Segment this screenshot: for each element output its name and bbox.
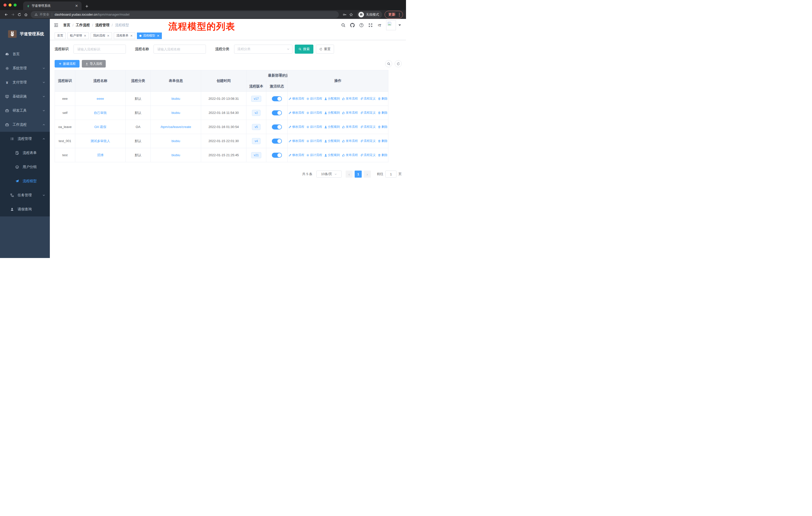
process-name-link[interactable]: OA 请假 bbox=[94, 125, 107, 129]
browser-tab[interactable]: 芋道管理系统 ✕ bbox=[23, 1, 82, 10]
design-flow-action[interactable]: 设计流程 bbox=[306, 139, 322, 143]
publish-flow-action[interactable]: 发布流程 bbox=[342, 153, 358, 157]
create-process-button[interactable]: 新建流程 bbox=[55, 60, 80, 67]
active-toggle[interactable] bbox=[272, 125, 282, 130]
process-name-link[interactable]: eeee bbox=[97, 97, 104, 101]
sidebar-item-workflow[interactable]: 工作流程 bbox=[0, 118, 50, 132]
refresh-table-button[interactable] bbox=[395, 60, 402, 67]
flow-definition-action[interactable]: 流程定义 bbox=[360, 97, 376, 101]
window-minimize-button[interactable] bbox=[8, 3, 11, 6]
flow-definition-action[interactable]: 流程定义 bbox=[360, 139, 376, 143]
avatar-caret-icon[interactable] bbox=[399, 24, 401, 26]
modify-flow-action[interactable]: 修改流程 bbox=[288, 153, 304, 157]
design-flow-action[interactable]: 设计流程 bbox=[306, 111, 322, 115]
close-icon[interactable]: ✕ bbox=[157, 34, 159, 37]
breadcrumb-home[interactable]: 首页 bbox=[63, 23, 70, 27]
sidebar-item-task-management[interactable]: 任务管理 bbox=[0, 188, 50, 202]
help-icon[interactable] bbox=[359, 23, 364, 28]
toggle-search-button[interactable] bbox=[385, 60, 392, 67]
password-key-icon[interactable] bbox=[341, 11, 348, 18]
process-name-link[interactable]: 自己审批 bbox=[94, 111, 107, 115]
delete-action[interactable]: 删除 bbox=[378, 97, 388, 101]
delete-action[interactable]: 删除 bbox=[378, 153, 388, 157]
publish-flow-action[interactable]: 发布流程 bbox=[342, 111, 358, 115]
tag-process-model[interactable]: 流程模型✕ bbox=[137, 32, 162, 39]
delete-action[interactable]: 删除 bbox=[378, 139, 388, 143]
tag-home[interactable]: 首页 bbox=[55, 32, 66, 39]
page-size-select[interactable]: 10条/页 bbox=[316, 170, 342, 178]
publish-flow-action[interactable]: 发布流程 bbox=[342, 139, 358, 143]
active-toggle[interactable] bbox=[272, 153, 282, 158]
delete-action[interactable]: 删除 bbox=[378, 125, 388, 129]
bookmark-star-icon[interactable] bbox=[348, 11, 354, 18]
next-page-button[interactable]: › bbox=[364, 170, 371, 178]
window-close-button[interactable] bbox=[3, 3, 6, 6]
form-link[interactable]: biubiu bbox=[171, 97, 180, 101]
tab-close-icon[interactable]: ✕ bbox=[74, 3, 79, 8]
design-flow-action[interactable]: 设计流程 bbox=[306, 97, 322, 101]
sidebar-logo-row[interactable]: 芋道管理系统 bbox=[0, 19, 50, 43]
tag-my-process[interactable]: 我的流程✕ bbox=[91, 32, 112, 39]
browser-menu-icon[interactable] bbox=[398, 13, 401, 17]
sidebar-item-leave-query[interactable]: 请假查询 bbox=[0, 202, 50, 216]
design-flow-action[interactable]: 设计流程 bbox=[306, 125, 322, 129]
avatar[interactable] bbox=[386, 20, 396, 30]
fullscreen-icon[interactable] bbox=[368, 23, 373, 28]
assign-rule-action[interactable]: 分配规则 bbox=[324, 125, 340, 129]
process-name-link[interactable]: 滔博 bbox=[97, 153, 104, 157]
delete-action[interactable]: 删除 bbox=[378, 111, 388, 115]
forward-button[interactable] bbox=[9, 11, 16, 18]
sidebar-item-process-model[interactable]: 流程模型 bbox=[0, 174, 50, 188]
import-process-button[interactable]: 导入流程 bbox=[82, 60, 106, 67]
breadcrumb-workflow[interactable]: 工作流程 bbox=[76, 23, 90, 27]
form-link[interactable]: /bpm/oa/leave/create bbox=[161, 125, 191, 129]
reload-button[interactable] bbox=[16, 11, 23, 18]
form-link[interactable]: biubiu bbox=[171, 111, 180, 115]
home-button[interactable] bbox=[23, 11, 29, 18]
publish-flow-action[interactable]: 发布流程 bbox=[342, 97, 358, 101]
github-icon[interactable] bbox=[350, 23, 355, 28]
new-tab-button[interactable] bbox=[85, 4, 89, 8]
process-name-input[interactable] bbox=[153, 45, 206, 54]
flow-definition-action[interactable]: 流程定义 bbox=[360, 153, 376, 157]
close-icon[interactable]: ✕ bbox=[130, 34, 133, 37]
update-button[interactable]: 更新 bbox=[385, 11, 403, 19]
sidebar-item-infrastructure[interactable]: 基础设施 bbox=[0, 89, 50, 104]
sidebar-item-payment-management[interactable]: ¥ 支付管理 bbox=[0, 75, 50, 89]
process-category-select[interactable]: 流程分类 bbox=[234, 45, 292, 54]
active-toggle[interactable] bbox=[272, 96, 282, 101]
sidebar-item-dev-tools[interactable]: 研发工具 bbox=[0, 104, 50, 118]
prev-page-button[interactable]: ‹ bbox=[346, 170, 353, 178]
assign-rule-action[interactable]: 分配规则 bbox=[324, 153, 340, 157]
address-bar[interactable]: 不安全 dashboard.yudao.iocoder.cn /bpm/mana… bbox=[31, 11, 339, 18]
form-link[interactable]: biubiu bbox=[171, 153, 180, 157]
active-toggle[interactable] bbox=[272, 139, 282, 144]
sidebar-item-user-group[interactable]: 用户分组 bbox=[0, 160, 50, 174]
close-icon[interactable]: ✕ bbox=[107, 34, 110, 37]
process-key-input[interactable] bbox=[74, 45, 126, 54]
back-button[interactable] bbox=[3, 11, 9, 18]
assign-rule-action[interactable]: 分配规则 bbox=[324, 139, 340, 143]
tag-tenant-management[interactable]: 租户管理✕ bbox=[67, 32, 89, 39]
sidebar-item-system-management[interactable]: 系统管理 bbox=[0, 61, 50, 75]
close-icon[interactable]: ✕ bbox=[84, 34, 86, 37]
assign-rule-action[interactable]: 分配规则 bbox=[324, 111, 340, 115]
hamburger-icon[interactable] bbox=[54, 22, 59, 28]
active-toggle[interactable] bbox=[272, 110, 282, 115]
flow-definition-action[interactable]: 流程定义 bbox=[360, 125, 376, 129]
page-jump-input[interactable] bbox=[385, 170, 397, 178]
search-button[interactable]: 搜索 bbox=[295, 45, 313, 54]
current-page-button[interactable]: 1 bbox=[355, 170, 362, 178]
sidebar-item-process-form[interactable]: 流程表单 bbox=[0, 146, 50, 160]
sidebar-item-process-management[interactable]: 流程管理 bbox=[0, 132, 50, 146]
process-name-link[interactable]: 测试多审批人 bbox=[91, 139, 110, 143]
design-flow-action[interactable]: 设计流程 bbox=[306, 153, 322, 157]
tag-process-form[interactable]: 流程表单✕ bbox=[114, 32, 135, 39]
modify-flow-action[interactable]: 修改流程 bbox=[288, 111, 304, 115]
modify-flow-action[interactable]: 修改流程 bbox=[288, 139, 304, 143]
modify-flow-action[interactable]: 修改流程 bbox=[288, 97, 304, 101]
modify-flow-action[interactable]: 修改流程 bbox=[288, 125, 304, 129]
assign-rule-action[interactable]: 分配规则 bbox=[324, 97, 340, 101]
flow-definition-action[interactable]: 流程定义 bbox=[360, 111, 376, 115]
font-size-icon[interactable]: tT bbox=[377, 23, 382, 28]
